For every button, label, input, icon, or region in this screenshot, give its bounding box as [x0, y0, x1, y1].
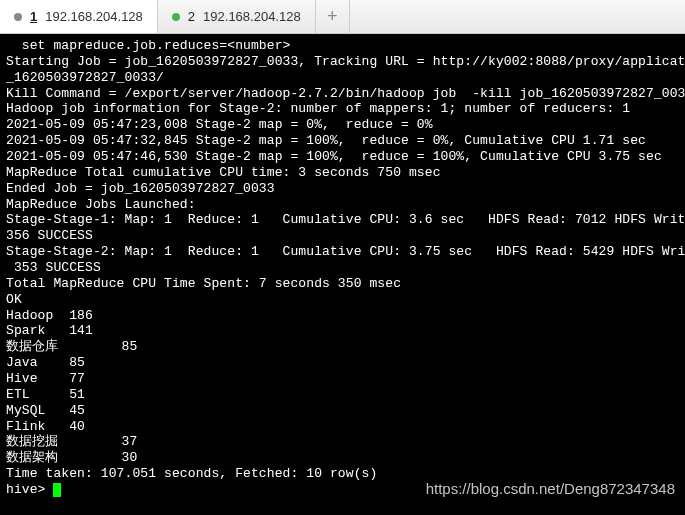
status-dot-icon	[14, 13, 22, 21]
tab-2[interactable]: 2 192.168.204.128	[158, 0, 316, 33]
plus-icon: +	[327, 6, 338, 27]
watermark: https://blog.csdn.net/Deng872347348	[426, 480, 675, 497]
tab-number: 2	[188, 9, 195, 24]
tab-1[interactable]: 1 192.168.204.128	[0, 0, 158, 33]
terminal-output[interactable]: set mapreduce.job.reduces=<number> Start…	[0, 34, 685, 515]
cursor-icon	[53, 483, 61, 497]
tab-label: 192.168.204.128	[45, 9, 143, 24]
status-dot-icon	[172, 13, 180, 21]
prompt: hive>	[6, 482, 53, 497]
tab-number: 1	[30, 9, 37, 24]
new-tab-button[interactable]: +	[316, 0, 350, 33]
tab-label: 192.168.204.128	[203, 9, 301, 24]
tab-bar: 1 192.168.204.128 2 192.168.204.128 +	[0, 0, 685, 34]
terminal-lines: set mapreduce.job.reduces=<number> Start…	[6, 38, 685, 481]
